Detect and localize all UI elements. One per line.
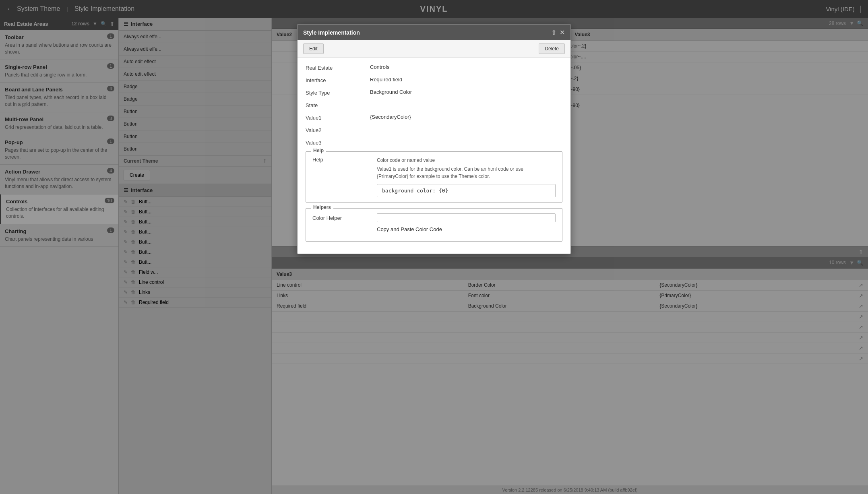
modal-title: Style Implementation	[303, 29, 360, 36]
helpers-section: Helpers Color Helper Copy and Paste Colo…	[306, 208, 562, 242]
help-content: Help Color code or named value Value1 is…	[312, 157, 556, 197]
modal: Style Implementation ⇧ ✕ Edit Delete Rea…	[297, 24, 571, 254]
help-label: Help	[312, 157, 377, 163]
modal-header-actions: ⇧ ✕	[551, 29, 565, 36]
delete-button[interactable]: Delete	[539, 43, 565, 54]
color-helper-input[interactable]	[377, 213, 556, 222]
field-style-type: Style Type Background Color	[306, 89, 562, 96]
color-helper-label: Color Helper	[312, 215, 377, 221]
color-helper-row: Color Helper	[312, 213, 556, 222]
modal-body: Real Estate Controls Interface Required …	[298, 58, 570, 254]
field-real-estate: Real Estate Controls	[306, 64, 562, 71]
style-type-value: Background Color	[370, 89, 562, 95]
field-interface: Interface Required field	[306, 76, 562, 83]
field-value2: Value2	[306, 126, 562, 133]
value1-value: {SecondaryColor}	[370, 114, 562, 120]
edit-button[interactable]: Edit	[303, 43, 324, 54]
interface-label: Interface	[306, 76, 370, 83]
helpers-legend: Helpers	[311, 205, 333, 210]
field-value3: Value3	[306, 139, 562, 146]
state-label: State	[306, 101, 370, 108]
help-legend: Help	[311, 148, 326, 153]
field-value1: Value1 {SecondaryColor}	[306, 114, 562, 121]
code-example: background-color: {0}	[377, 184, 556, 197]
help-section: Help Help Color code or named value Valu…	[306, 151, 562, 203]
style-type-label: Style Type	[306, 89, 370, 96]
modal-header: Style Implementation ⇧ ✕	[298, 25, 570, 40]
copy-paste-link[interactable]: Copy and Paste Color Code	[377, 226, 442, 232]
value3-label: Value3	[306, 139, 370, 146]
help-line2: Value1 is used for the background color.…	[377, 165, 556, 180]
modal-scroll-up-btn[interactable]: ⇧	[551, 29, 556, 36]
real-estate-label: Real Estate	[306, 64, 370, 71]
modal-overlay: Style Implementation ⇧ ✕ Edit Delete Rea…	[0, 0, 868, 494]
real-estate-value: Controls	[370, 64, 562, 70]
help-line1: Color code or named value	[377, 157, 556, 164]
modal-close-btn[interactable]: ✕	[560, 29, 565, 36]
field-state: State	[306, 101, 562, 108]
value1-label: Value1	[306, 114, 370, 121]
value2-label: Value2	[306, 126, 370, 133]
interface-value: Required field	[370, 76, 562, 83]
modal-toolbar: Edit Delete	[298, 40, 570, 58]
copy-paste-row: Copy and Paste Color Code	[312, 226, 556, 232]
help-text-area: Color code or named value Value1 is used…	[377, 157, 556, 197]
